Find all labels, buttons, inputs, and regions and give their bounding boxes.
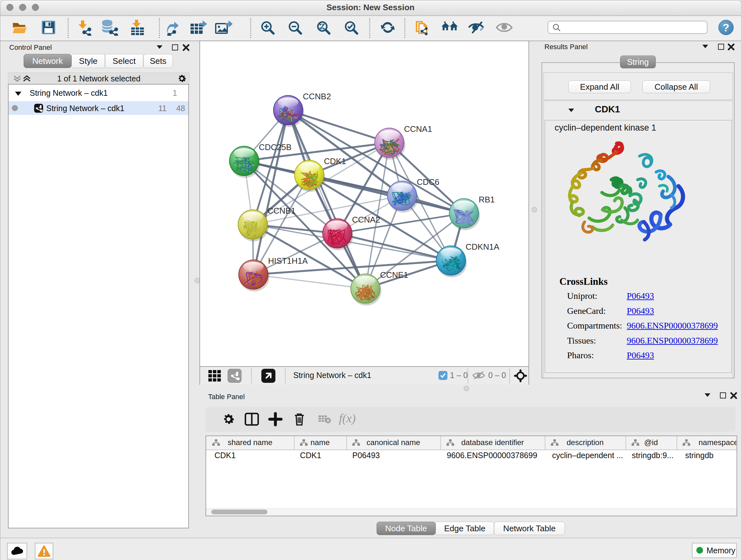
svg-text:CCNA1: CCNA1	[404, 124, 432, 134]
svg-text:CCNB2: CCNB2	[303, 91, 331, 101]
svg-text:CDKN1A: CDKN1A	[466, 242, 499, 252]
svg-text:CCNB1: CCNB1	[267, 206, 295, 215]
svg-text:CCNE1: CCNE1	[380, 270, 408, 280]
svg-text:RB1: RB1	[479, 195, 495, 204]
svg-text:CDC6: CDC6	[417, 177, 440, 187]
svg-text:HIST1H1A: HIST1H1A	[268, 256, 308, 266]
svg-text:CDK1: CDK1	[324, 157, 346, 166]
svg-text:CDC25B: CDC25B	[259, 142, 292, 152]
svg-text:CCNA2: CCNA2	[352, 215, 380, 225]
